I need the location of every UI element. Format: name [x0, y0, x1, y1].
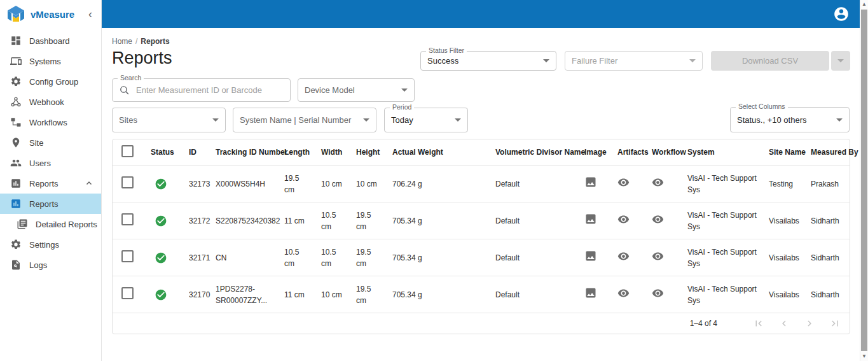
workflow-eye-icon[interactable]	[652, 287, 664, 299]
workflows-icon	[10, 117, 22, 128]
sidebar-item-systems[interactable]: Systems	[0, 51, 101, 71]
search-input[interactable]	[135, 85, 284, 96]
search-label: Search	[118, 74, 144, 82]
success-status-icon	[151, 215, 179, 227]
search-icon	[119, 85, 130, 96]
select-columns-select[interactable]: Select Columns Status., +10 others	[730, 107, 850, 132]
webhook-icon	[10, 96, 22, 108]
workflow-eye-icon[interactable]	[652, 176, 664, 188]
cell-site-name: Visailabs	[764, 276, 806, 313]
row-checkbox[interactable]	[121, 213, 134, 225]
cell-volumetric-divisor: Default	[490, 202, 579, 239]
brand-name: vMeasure	[31, 9, 74, 20]
sidebar-item-config-group[interactable]: Config Group	[0, 71, 101, 92]
chevron-up-icon[interactable]	[85, 179, 93, 188]
sidebar-item-logs[interactable]: Logs	[0, 255, 101, 275]
vertical-scrollbar[interactable]: ▲ ▼	[860, 0, 868, 361]
reports-table-card: Status ID Tracking ID Number Length Widt…	[112, 139, 850, 334]
sidebar-item-detailed-reports[interactable]: Detailed Reports	[0, 214, 101, 234]
pagination-range: 1–4 of 4	[690, 319, 717, 328]
col-workflow: Workflow	[647, 139, 682, 166]
row-checkbox[interactable]	[121, 287, 134, 299]
col-volumetric-divisor: Volumetric Divisor Name	[490, 139, 579, 166]
scroll-down-icon[interactable]: ▼	[860, 354, 868, 359]
image-thumbnail-icon[interactable]	[584, 250, 597, 262]
artifacts-eye-icon[interactable]	[617, 250, 630, 262]
scroll-up-icon[interactable]: ▲	[860, 2, 868, 7]
sidebar-item-reports-sub[interactable]: Reports	[0, 194, 101, 214]
sidebar-item-webhook[interactable]: Webhook	[0, 92, 101, 112]
workflow-eye-icon[interactable]	[652, 213, 664, 225]
config-group-icon	[10, 76, 22, 87]
sidebar-item-dashboard[interactable]: Dashboard	[0, 31, 101, 51]
success-status-icon	[151, 178, 179, 190]
account-circle-icon[interactable]	[833, 6, 850, 22]
cell-id: 32170	[184, 276, 210, 313]
table-header-row: Status ID Tracking ID Number Length Widt…	[113, 139, 850, 166]
page-title: Reports	[112, 48, 172, 68]
sidebar-collapse-icon[interactable]: ‹	[86, 8, 95, 20]
col-image: Image	[579, 139, 612, 166]
search-field[interactable]: Search	[112, 78, 291, 102]
col-tracking-id: Tracking ID Number	[210, 139, 279, 166]
chevron-down-icon	[543, 59, 549, 62]
logs-icon	[10, 259, 22, 271]
download-csv-dropdown-button[interactable]	[831, 51, 850, 71]
sidebar-header: vMeasure ‹	[0, 0, 101, 28]
previous-page-icon[interactable]	[778, 318, 790, 329]
artifacts-eye-icon[interactable]	[617, 287, 630, 299]
image-thumbnail-icon[interactable]	[584, 176, 597, 188]
cell-length: 19.5 cm	[279, 166, 316, 202]
sidebar-item-workflows[interactable]: Workflows	[0, 112, 101, 132]
cell-measured-by: Sidharth	[806, 202, 850, 239]
breadcrumb-home[interactable]: Home	[112, 37, 132, 46]
users-icon	[10, 157, 22, 169]
row-checkbox[interactable]	[121, 250, 134, 262]
cell-tracking-id: X000WS5H4H	[210, 166, 279, 202]
sites-select[interactable]: Sites	[112, 108, 226, 132]
chevron-down-icon	[837, 59, 844, 62]
image-thumbnail-icon[interactable]	[584, 287, 597, 299]
artifacts-eye-icon[interactable]	[617, 176, 630, 188]
col-height: Height	[351, 139, 387, 166]
chevron-down-icon	[836, 118, 843, 122]
col-id: ID	[184, 139, 210, 166]
device-model-select[interactable]: Device Model	[298, 78, 415, 102]
failure-filter-select[interactable]: Failure Filter	[565, 51, 703, 71]
cell-system: VisAI - Tech Support Sys	[682, 239, 764, 276]
period-select[interactable]: Period Today	[384, 108, 468, 132]
select-all-checkbox[interactable]	[121, 145, 134, 157]
status-filter-select[interactable]: Status Filter Success	[420, 51, 556, 71]
sidebar-item-users[interactable]: Users	[0, 153, 101, 173]
cell-site-name: Visailabs	[764, 239, 806, 276]
image-thumbnail-icon[interactable]	[584, 213, 597, 225]
cell-width: 10.5 cm	[316, 202, 351, 239]
system-name-select[interactable]: System Name | Serial Number	[233, 108, 376, 132]
cell-id: 32172	[184, 202, 210, 239]
workflow-eye-icon[interactable]	[652, 250, 664, 262]
col-system: System	[682, 139, 764, 166]
sidebar-item-reports[interactable]: Reports	[0, 173, 101, 194]
sites-placeholder: Sites	[119, 115, 137, 125]
sidebar-item-site[interactable]: Site	[0, 132, 101, 153]
success-status-icon	[151, 251, 179, 264]
cell-height: 19.5 cm	[351, 202, 387, 239]
cell-tracking-id: CN	[210, 239, 279, 276]
table-row: 32172 S22087523420382 11 cm 10.5 cm 19.5…	[113, 202, 850, 239]
cell-actual-weight: 706.24 g	[387, 166, 490, 202]
next-page-icon[interactable]	[804, 318, 815, 329]
cell-height: 19.5 cm	[351, 276, 387, 313]
scrollbar-thumb[interactable]	[861, 10, 867, 351]
cell-height: 10 cm	[351, 166, 387, 202]
table-pagination: 1–4 of 4	[113, 313, 850, 334]
last-page-icon[interactable]	[829, 318, 841, 329]
download-csv-button[interactable]: Download CSV	[711, 51, 829, 71]
artifacts-eye-icon[interactable]	[617, 213, 630, 225]
cell-measured-by: Sidharth	[806, 276, 850, 313]
row-checkbox[interactable]	[121, 176, 134, 188]
cell-actual-weight: 705.34 g	[387, 239, 490, 276]
reports-table: Status ID Tracking ID Number Length Widt…	[113, 139, 850, 313]
sidebar-item-settings[interactable]: Settings	[0, 234, 101, 255]
first-page-icon[interactable]	[753, 318, 764, 329]
cell-volumetric-divisor: Default	[490, 166, 579, 202]
